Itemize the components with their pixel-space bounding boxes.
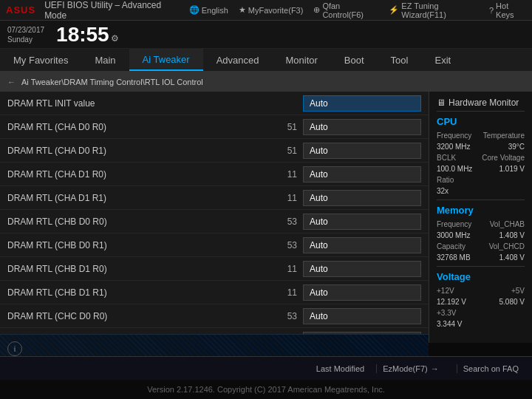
- memory-section-title: Memory: [437, 205, 525, 216]
- cpu-frequency-label: Frequency: [437, 132, 471, 140]
- time-display: 18:55: [56, 24, 109, 45]
- mem-freq-value-row: 3000 MHz 1.408 V: [437, 231, 525, 239]
- setting-label: DRAM RTL (CHB D0 R1): [7, 240, 275, 250]
- mem-volchab-label: Vol_CHAB: [490, 220, 525, 228]
- setting-value[interactable]: Auto: [303, 237, 421, 253]
- setting-number: 51: [275, 146, 297, 156]
- setting-label: DRAM RTL (CHB D0 R0): [7, 216, 275, 227]
- mem-capacity-value-row: 32768 MB 1.408 V: [437, 253, 525, 262]
- setting-number: 11: [275, 169, 297, 180]
- asus-logo: ASUS: [6, 4, 35, 16]
- cpu-frequency-value: 3200 MHz: [437, 143, 471, 151]
- setting-number: 11: [275, 264, 297, 274]
- setting-value[interactable]: Auto: [303, 214, 421, 230]
- mem-volchab-value: 1.408 V: [499, 231, 525, 239]
- qfan-button[interactable]: ⊕ Qfan Control(F6): [313, 1, 378, 19]
- top-bar: ASUS UEFI BIOS Utility – Advanced Mode 🌐…: [0, 0, 532, 21]
- bios-title: UEFI BIOS Utility – Advanced Mode: [44, 0, 180, 21]
- time-bar: 07/23/2017 Sunday 18:55 ⚙: [0, 21, 532, 49]
- ez-tuning-button[interactable]: ⚡ EZ Tuning Wizard(F11): [389, 1, 479, 19]
- table-row: DRAM RTL (CHA D0 R0) 51 Auto: [0, 115, 429, 139]
- setting-label: DRAM RTL (CHA D0 R0): [7, 122, 275, 132]
- setting-label: DRAM RTL (CHB D1 R1): [7, 287, 275, 298]
- mem-capacity-label: Capacity: [437, 242, 466, 250]
- v12-value: 12.192 V: [437, 298, 466, 306]
- table-row: DRAM RTL (CHB D0 R1) 53 Auto: [0, 233, 429, 257]
- mem-freq-label: Frequency: [437, 220, 471, 228]
- setting-value[interactable]: Auto: [303, 166, 421, 183]
- cpu-ratio-value: 32x: [437, 187, 449, 195]
- wand-icon: ⚡: [389, 5, 399, 15]
- hardware-monitor-sidebar: 🖥 Hardware Monitor CPU Frequency Tempera…: [429, 92, 532, 343]
- monitor-icon: 🖥: [437, 98, 446, 108]
- tab-main[interactable]: Main: [81, 49, 129, 71]
- table-row: DRAM RTL (CHC D0 R0) 53 Auto: [0, 304, 429, 328]
- table-row: DRAM RTL (CHB D1 R0) 11 Auto: [0, 257, 429, 281]
- setting-number: 53: [275, 240, 297, 250]
- setting-value[interactable]: Auto: [303, 190, 421, 206]
- info-button[interactable]: i: [7, 341, 22, 356]
- voltage-33-row: +3.3V: [437, 309, 525, 317]
- myfavorites-button[interactable]: ★ MyFavorite(F3): [239, 5, 304, 15]
- tab-boot[interactable]: Boot: [331, 49, 378, 71]
- hotkeys-icon: ?: [489, 6, 494, 15]
- setting-number: 11: [275, 287, 297, 298]
- main-layout: DRAM RTL INIT value Auto DRAM RTL (CHA D…: [0, 92, 532, 343]
- setting-number: 51: [275, 122, 297, 132]
- settings-gear-icon[interactable]: ⚙: [111, 33, 119, 44]
- cpu-core-voltage-label: Core Voltage: [482, 154, 525, 162]
- globe-icon: 🌐: [189, 5, 200, 15]
- last-modified-label: Last Modified: [316, 364, 364, 373]
- cpu-bclk-row: BCLK Core Voltage: [437, 154, 525, 162]
- setting-value[interactable]: Auto: [303, 308, 421, 324]
- mem-freq-value: 3000 MHz: [437, 231, 471, 239]
- v5-label: +5V: [511, 287, 525, 295]
- setting-value[interactable]: Auto: [303, 261, 421, 277]
- mem-capacity-value: 32768 MB: [437, 253, 471, 262]
- mem-capacity-row: Capacity Vol_CHCD: [437, 242, 525, 250]
- settings-table: DRAM RTL INIT value Auto DRAM RTL (CHA D…: [0, 92, 429, 343]
- setting-value[interactable]: Auto: [303, 119, 421, 135]
- ez-mode-button[interactable]: EzMode(F7) →: [376, 364, 445, 373]
- nav-bar: My Favorites Main Ai Tweaker Advanced Mo…: [0, 49, 532, 72]
- setting-label: DRAM RTL (CHB D1 R0): [7, 264, 275, 274]
- language-selector[interactable]: 🌐 English: [189, 5, 228, 15]
- tab-tool[interactable]: Tool: [378, 49, 422, 71]
- date: 07/23/2017: [7, 25, 44, 35]
- search-faq-button[interactable]: Search on FAQ: [457, 364, 525, 373]
- tab-monitor[interactable]: Monitor: [273, 49, 331, 71]
- monitor-header: 🖥 Hardware Monitor: [437, 98, 525, 112]
- voltage-12-row: +12V +5V: [437, 287, 525, 295]
- voltage-33-value-row: 3.344 V: [437, 320, 525, 328]
- setting-value[interactable]: Auto: [303, 284, 421, 301]
- cpu-ratio-label: Ratio: [437, 176, 454, 184]
- top-bar-tools: 🌐 English ★ MyFavorite(F3) ⊕ Qfan Contro…: [189, 1, 526, 19]
- cpu-temp-value: 39°C: [508, 143, 525, 151]
- table-row: DRAM RTL (CHA D1 R0) 11 Auto: [0, 163, 429, 186]
- tab-my-favorites[interactable]: My Favorites: [0, 49, 81, 71]
- footer-text: Version 2.17.1246. Copyright (C) 2017 Am…: [147, 385, 385, 394]
- breadcrumb: ← Ai Tweaker\DRAM Timing Control\RTL IOL…: [0, 72, 532, 92]
- content-area: DRAM RTL INIT value Auto DRAM RTL (CHA D…: [0, 92, 429, 343]
- tab-ai-tweaker[interactable]: Ai Tweaker: [129, 49, 203, 71]
- footer-bar: Version 2.17.1246. Copyright (C) 2017 Am…: [0, 380, 532, 399]
- divider-1: [437, 200, 525, 200]
- setting-label: DRAM RTL (CHA D1 R0): [7, 169, 275, 180]
- date-block: 07/23/2017 Sunday: [7, 25, 44, 44]
- setting-value[interactable]: Auto: [303, 95, 421, 112]
- table-row: DRAM RTL (CHB D1 R1) 11 Auto: [0, 281, 429, 304]
- v5-value: 5.080 V: [499, 298, 525, 306]
- setting-label: DRAM RTL (CHA D1 R1): [7, 193, 275, 203]
- voltage-section-title: Voltage: [437, 271, 525, 282]
- setting-value[interactable]: Auto: [303, 143, 421, 159]
- cpu-ratio-row: Ratio: [437, 176, 525, 184]
- tab-advanced[interactable]: Advanced: [203, 49, 273, 71]
- setting-label: DRAM RTL (CHA D0 R1): [7, 146, 275, 156]
- tab-exit[interactable]: Exit: [421, 49, 464, 71]
- v33-label: +3.3V: [437, 309, 456, 317]
- setting-label: DRAM RTL (CHC D0 R0): [7, 311, 275, 321]
- star-icon: ★: [239, 5, 246, 15]
- setting-number: 11: [275, 193, 297, 203]
- hotkeys-button[interactable]: ? Hot Keys: [489, 1, 526, 19]
- search-faq-label: Search on FAQ: [463, 364, 519, 373]
